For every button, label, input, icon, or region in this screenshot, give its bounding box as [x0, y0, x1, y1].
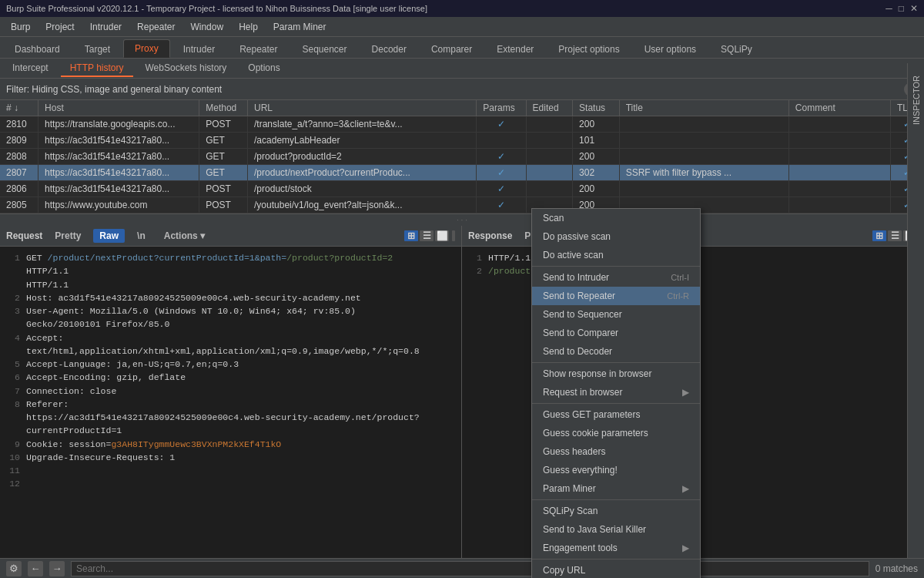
context-menu-item-do-active-scan[interactable]: Do active scan — [532, 246, 700, 264]
col-header-params[interactable]: Params — [477, 100, 526, 116]
subtab-websockets-history[interactable]: WebSockets history — [136, 60, 236, 77]
context-menu-item-send-to-repeater[interactable]: Send to Repeater Ctrl-R — [532, 287, 700, 305]
maximize-button[interactable]: □ — [899, 3, 904, 14]
table-row[interactable]: 2808 https://ac3d1f541e43217a80... GET /… — [0, 149, 924, 165]
ctx-item-label: Guess headers — [543, 446, 605, 457]
context-menu-item-send-to-sequencer[interactable]: Send to Sequencer — [532, 305, 700, 324]
view-icon-list[interactable]: ☰ — [420, 230, 434, 241]
col-header-title[interactable]: Title — [619, 100, 788, 116]
ctx-shortcut: Ctrl-R — [667, 291, 689, 301]
view-icon-wrap[interactable]: ⬜ — [435, 230, 449, 241]
col-header-num[interactable]: # ↓ — [0, 100, 38, 116]
menu-repeater[interactable]: Repeater — [129, 19, 182, 35]
context-menu-item-send-to-intruder[interactable]: Send to Intruder Ctrl-I — [532, 268, 700, 287]
menu-project[interactable]: Project — [38, 19, 82, 35]
cell-title: SSRF with filter bypass ... — [619, 165, 788, 181]
context-menu-item-guess-everything![interactable]: Guess everything! — [532, 461, 700, 479]
table-row[interactable]: 2810 https://translate.googleapis.co... … — [0, 116, 924, 133]
code-line: https://ac3d1f541e43217a80924525009e00c4… — [5, 411, 457, 438]
menu-intruder[interactable]: Intruder — [82, 19, 129, 35]
view-icon-split[interactable]: ⊞ — [404, 230, 418, 241]
context-menu-item-show-response-in-browser[interactable]: Show response in browser — [532, 365, 700, 383]
request-tab-raw[interactable]: Raw — [93, 229, 125, 243]
ctx-item-label: Engagement tools — [543, 543, 618, 553]
back-button[interactable]: ← — [28, 561, 43, 576]
tab-extender[interactable]: Extender — [485, 40, 545, 58]
code-line: 6Accept-Encoding: gzip, deflate — [5, 371, 457, 384]
close-button[interactable]: ✕ — [910, 3, 918, 14]
resize-handle[interactable]: · · · — [0, 214, 924, 226]
cell-host: https://ac3d1f541e43217a80... — [38, 149, 199, 165]
tab-dashboard[interactable]: Dashboard — [3, 40, 72, 58]
menu-window[interactable]: Window — [182, 19, 231, 35]
context-menu-item-scan[interactable]: Scan — [532, 209, 700, 227]
table-row[interactable]: 2805 https://www.youtube.com POST /youtu… — [0, 197, 924, 213]
menu-param-miner[interactable]: Param Miner — [266, 19, 334, 35]
code-line: 8Referer: — [5, 398, 457, 411]
view-icon-extra[interactable] — [452, 230, 455, 241]
request-tab-pretty[interactable]: Pretty — [49, 229, 87, 243]
col-header-method[interactable]: Method — [199, 100, 248, 116]
context-menu-item-guess-headers[interactable]: Guess headers — [532, 442, 700, 461]
menu-burp[interactable]: Burp — [3, 19, 38, 35]
tab-comparer[interactable]: Comparer — [420, 40, 484, 58]
context-menu-item-send-to-decoder[interactable]: Send to Decoder — [532, 342, 700, 361]
bottom-bar: ⚙ ← → 0 matches — [0, 558, 924, 578]
menu-divider — [532, 559, 700, 560]
table-row[interactable]: 2807 https://ac3d1f541e43217a80... GET /… — [0, 165, 924, 181]
context-menu-item-copy-url[interactable]: Copy URL — [532, 561, 700, 578]
tab-sequencer[interactable]: Sequencer — [291, 40, 359, 58]
tab-project-options[interactable]: Project options — [547, 40, 631, 58]
tab-target[interactable]: Target — [73, 40, 122, 58]
context-menu-item-param-miner[interactable]: Param Miner ▶ — [532, 479, 700, 498]
request-tab-ln[interactable]: \n — [131, 229, 152, 243]
subtab-http-history[interactable]: HTTP history — [61, 60, 133, 77]
col-header-host[interactable]: Host — [38, 100, 199, 116]
col-header-comment[interactable]: Comment — [788, 100, 890, 116]
tab-repeater[interactable]: Repeater — [228, 40, 289, 58]
col-header-url[interactable]: URL — [248, 100, 477, 116]
tab-sqlipy[interactable]: SQLiPy — [709, 40, 764, 58]
cell-edited — [526, 116, 573, 133]
context-menu-item-send-to-comparer[interactable]: Send to Comparer — [532, 324, 700, 342]
col-header-status[interactable]: Status — [573, 100, 620, 116]
search-input[interactable] — [71, 561, 869, 576]
forward-button[interactable]: → — [49, 561, 65, 576]
submenu-arrow-icon: ▶ — [682, 483, 689, 494]
ctx-item-label: Send to Java Serial Killer — [543, 524, 646, 535]
context-menu-item-request-in-browser[interactable]: Request in browser ▶ — [532, 383, 700, 402]
request-tab-actions[interactable]: Actions ▾ — [158, 229, 211, 243]
inspector-label[interactable]: INSPECTOR — [912, 76, 921, 125]
subtab-intercept[interactable]: Intercept — [3, 60, 58, 77]
history-table-area: # ↓ Host Method URL Params Edited Status… — [0, 100, 924, 214]
settings-button[interactable]: ⚙ — [6, 561, 22, 576]
context-menu-item-sqlipy-scan[interactable]: SQLiPy Scan — [532, 502, 700, 520]
cell-status: 302 — [573, 165, 620, 181]
table-row[interactable]: 2806 https://ac3d1f541e43217a80... POST … — [0, 181, 924, 197]
context-menu-item-engagement-tools[interactable]: Engagement tools ▶ — [532, 539, 700, 557]
tab-intruder[interactable]: Intruder — [172, 40, 226, 58]
filter-text[interactable]: Filter: Hiding CSS, image and general bi… — [6, 84, 904, 95]
subtab-options[interactable]: Options — [239, 60, 289, 77]
ctx-shortcut: Ctrl-I — [671, 273, 689, 282]
response-view-icon-list[interactable]: ☰ — [888, 230, 902, 241]
context-menu-item-guess-cookie-parameters[interactable]: Guess cookie parameters — [532, 424, 700, 442]
tab-proxy[interactable]: Proxy — [123, 39, 170, 58]
history-table: # ↓ Host Method URL Params Edited Status… — [0, 100, 924, 213]
context-menu-item-send-to-java-serial-killer[interactable]: Send to Java Serial Killer — [532, 520, 700, 539]
tab-decoder[interactable]: Decoder — [360, 40, 418, 58]
cell-params: ✓ — [477, 197, 526, 213]
context-menu-item-guess-get-parameters[interactable]: Guess GET parameters — [532, 405, 700, 424]
request-pane-header: Request Pretty Raw \n Actions ▾ ⊞ ☰ ⬜ — [0, 226, 461, 247]
code-line: text/html,application/xhtml+xml,applicat… — [5, 344, 457, 358]
tab-user-options[interactable]: User options — [633, 40, 708, 58]
menu-help[interactable]: Help — [231, 19, 266, 35]
cell-url: /youtubei/v1/log_event?alt=json&k... — [248, 197, 477, 213]
table-row[interactable]: 2809 https://ac3d1f541e43217a80... GET /… — [0, 133, 924, 149]
code-line: 7Connection: close — [5, 385, 457, 398]
minimize-button[interactable]: ─ — [886, 3, 892, 14]
col-header-edited[interactable]: Edited — [526, 100, 573, 116]
response-view-icon-split[interactable]: ⊞ — [872, 230, 886, 241]
context-menu-item-do-passive-scan[interactable]: Do passive scan — [532, 227, 700, 246]
panes-container: Request Pretty Raw \n Actions ▾ ⊞ ☰ ⬜ 1G… — [0, 226, 924, 573]
